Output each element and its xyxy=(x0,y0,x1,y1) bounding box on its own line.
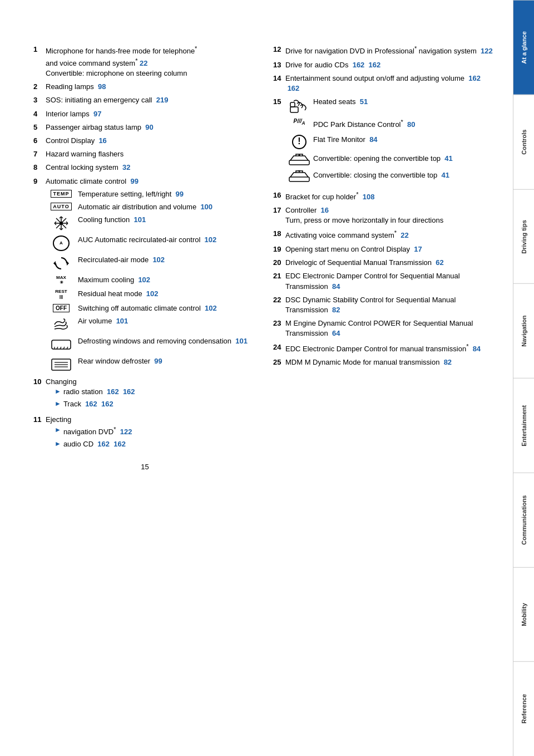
svg-marker-14 xyxy=(53,261,56,266)
list-item: 13 Drive for audio CDs 162 162 xyxy=(273,60,496,70)
sidebar-item-reference[interactable]: Reference xyxy=(513,661,534,756)
svg-rect-25 xyxy=(290,107,298,112)
list-item: 5 Passenger airbag status lamp 90 xyxy=(33,122,256,132)
sidebar: At a glance Controls Driving tips Naviga… xyxy=(513,0,534,756)
list-item: 25 MDM M Dynamic Mode for manual transmi… xyxy=(273,357,496,367)
item15-icon-row: Convertible: closing the convertible top… xyxy=(285,170,496,183)
list-item: 10 Changing ► radio station 162 162 ► Tr… xyxy=(33,377,256,412)
climate-icon-row: Cooling function 101 xyxy=(44,215,256,231)
list-item: 14 Entertainment sound output on/off and… xyxy=(273,73,496,94)
list-item: 22 DSC Dynamic Stability Control for Seq… xyxy=(273,295,496,315)
sidebar-item-communications[interactable]: Communications xyxy=(513,473,534,567)
list-item: 12 Drive for navigation DVD in Professio… xyxy=(273,45,496,57)
climate-icon-row: AUTO Automatic air distribution and volu… xyxy=(44,203,256,211)
rear-defroster-icon xyxy=(51,357,71,372)
climate-icon-row: Recirculated-air mode 102 xyxy=(44,256,256,271)
list-item: 8 Central locking system 32 xyxy=(33,163,256,173)
list-item: 18 Activating voice command system* 22 xyxy=(273,229,496,241)
item15-icon-row: P///A PDC Park Distance Control* 80 xyxy=(285,118,496,130)
list-item: 20 Drivelogic of Sequential Manual Trans… xyxy=(273,258,496,268)
svg-rect-28 xyxy=(289,177,309,181)
climate-icon-row: A AUC Automatic recirculated-air control… xyxy=(44,235,256,251)
list-item: 19 Opening start menu on Control Display… xyxy=(273,244,496,254)
convertible-open-icon xyxy=(288,154,310,166)
list-item: 2 Reading lamps 98 xyxy=(33,82,256,92)
left-column: 1 Microphone for hands-free mode for tel… xyxy=(33,45,256,734)
list-item: 1 Microphone for hands-free mode for tel… xyxy=(33,45,256,78)
page-number: 15 xyxy=(33,457,256,477)
list-item: 7 Hazard warning flashers xyxy=(33,149,256,159)
list-item: 24 EDC Electronic Damper Control for man… xyxy=(273,342,496,355)
convertible-close-icon xyxy=(288,170,310,183)
climate-icon-row: Air volume 101 xyxy=(44,317,256,332)
defrost-icon xyxy=(51,337,71,352)
list-item: 3 SOS: initiating an emergency call 219 xyxy=(33,95,256,105)
list-item: 11 Ejecting ► navigation DVD* 122 ► audi… xyxy=(33,415,256,451)
climate-icon-row: TEMP Temperature setting, left/right 99 xyxy=(44,190,256,198)
sidebar-item-at-a-glance[interactable]: At a glance xyxy=(513,0,534,95)
climate-icon-row: Defrosting windows and removing condensa… xyxy=(44,337,256,352)
sidebar-item-navigation[interactable]: Navigation xyxy=(513,283,534,378)
climate-icon-row: OFF Switching off automatic climate cont… xyxy=(44,304,256,312)
sidebar-item-mobility[interactable]: Mobility xyxy=(513,567,534,662)
recirculate-icon xyxy=(53,256,69,271)
list-item: 15 xyxy=(273,97,496,187)
list-item: 6 Control Display 16 xyxy=(33,136,256,146)
climate-icon-row: Rear window defroster 99 xyxy=(44,357,256,372)
list-item: 9 Automatic climate control 99 xyxy=(33,176,256,186)
heated-seat-icon xyxy=(288,97,310,114)
right-column: 12 Drive for navigation DVD in Professio… xyxy=(273,45,496,734)
sidebar-item-controls[interactable]: Controls xyxy=(513,95,534,189)
climate-icon-row: MAX ☀ Maximum cooling 102 xyxy=(44,276,256,286)
climate-icon-row: REST ||| Residual heat mode 102 xyxy=(44,289,256,300)
item15-icon-row: Heated seats 51 xyxy=(285,97,496,114)
list-item: 23 M Engine Dynamic Control POWER for Se… xyxy=(273,318,496,338)
list-item: 17 Controller 16 Turn, press or move hor… xyxy=(273,205,496,225)
air-volume-icon xyxy=(52,317,70,332)
svg-rect-27 xyxy=(289,160,309,165)
sidebar-item-entertainment[interactable]: Entertainment xyxy=(513,378,534,473)
item15-icon-row: Convertible: opening the convertible top… xyxy=(285,154,496,166)
sidebar-item-driving-tips[interactable]: Driving tips xyxy=(513,189,534,284)
svg-rect-26 xyxy=(290,102,295,107)
list-item: 21 EDC Electronic Damper Control for Seq… xyxy=(273,271,496,291)
svg-marker-13 xyxy=(67,261,69,266)
item15-icon-row: ! Flat Tire Monitor 84 xyxy=(285,135,496,149)
svg-point-4 xyxy=(60,222,63,225)
cooling-icon xyxy=(53,215,69,231)
list-item: 4 Interior lamps 97 xyxy=(33,109,256,119)
auc-icon: A xyxy=(53,235,70,251)
list-item: 16 Bracket for cup holder* 108 xyxy=(273,190,496,203)
